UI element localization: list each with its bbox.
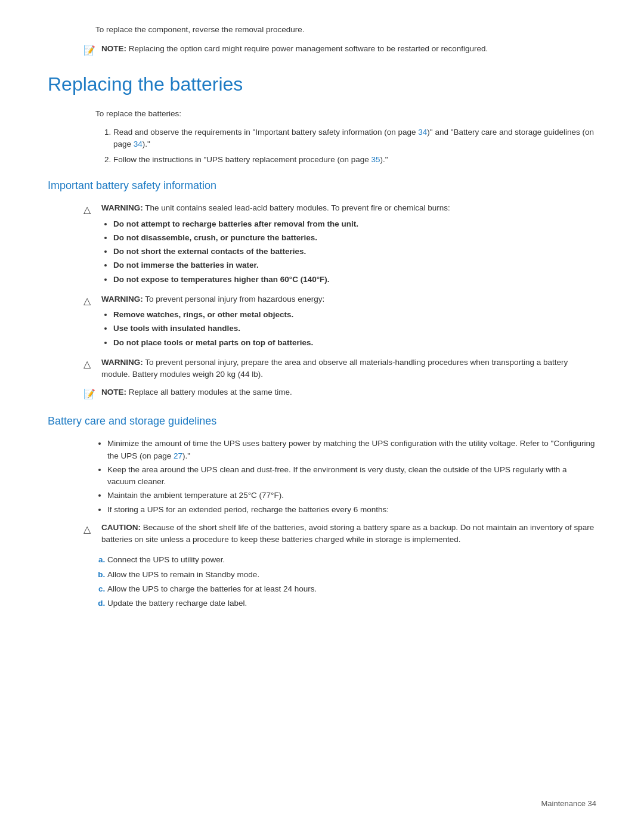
intro-text: To replace the component, reverse the re… [95,24,596,36]
warning-block-1: △ WARNING: The unit contains sealed lead… [83,202,596,287]
warning-bullets-2: Remove watches, rings, or other metal ob… [113,309,324,349]
bullet-1-1: Do not attempt to recharge batteries aft… [113,218,450,230]
bullet-1-4: Do not immerse the batteries in water. [113,259,450,271]
warning-block-2: △ WARNING: To prevent personal injury fr… [83,293,596,351]
care-bullet-2: Keep the area around the UPS clean and d… [107,464,596,488]
warning-content-3: WARNING: To prevent personal injury, pre… [101,357,596,381]
care-bullets: Minimize the amount of time the UPS uses… [107,438,596,516]
page-footer: Maintenance 34 [541,798,596,810]
warning-icon-1: △ [83,203,97,217]
steps-list: Read and observe the requirements in "Im… [113,126,596,166]
warning-content-2: WARNING: To prevent personal injury from… [101,293,324,351]
alpha-steps-list: Connect the UPS to utility power. Allow … [107,554,596,609]
warning-content-1: WARNING: The unit contains sealed lead-a… [101,202,450,287]
warning-text-3: To prevent personal injury, prepare the … [101,358,568,379]
note-icon-1: 📝 [83,44,97,58]
note-content-1: Replacing the option card might require … [129,44,488,53]
link-care-1[interactable]: 27 [174,451,182,460]
warning-label-2: WARNING: [101,295,143,304]
caution-icon: △ [83,522,97,537]
link-step2[interactable]: 35 [371,155,380,164]
caution-label: CAUTION: [101,523,141,532]
warning-bullets-1: Do not attempt to recharge batteries aft… [113,218,450,286]
note-block-1: 📝 NOTE: Replacing the option card might … [83,43,596,58]
step-2: Follow the instructions in "UPS battery … [113,154,596,166]
note-text-1: NOTE: Replacing the option card might re… [101,43,488,55]
main-section-title: Replacing the batteries [48,70,596,98]
caution-text: Because of the short shelf life of the b… [101,523,594,544]
note-label-2: NOTE: [101,388,126,397]
bullet-2-2: Use tools with insulated handles. [113,323,324,335]
alpha-step-a: Connect the UPS to utility power. [107,554,596,566]
note-text-2: NOTE: Replace all battery modules at the… [101,386,292,398]
care-bullet-3: Maintain the ambient temperature at 25°C… [107,490,596,501]
bullet-2-1: Remove watches, rings, or other metal ob… [113,309,324,321]
link-step1-b[interactable]: 34 [134,140,143,148]
warning-block-3: △ WARNING: To prevent personal injury, p… [83,357,596,381]
replace-intro: To replace the batteries: [95,108,596,120]
warning-label-1: WARNING: [101,203,143,212]
alpha-step-c: Allow the UPS to charge the batteries fo… [107,583,596,595]
note-label-1: NOTE: [101,44,126,53]
note-block-2: 📝 NOTE: Replace all battery modules at t… [83,386,596,401]
caution-content: CAUTION: Because of the short shelf life… [101,522,596,546]
step-1: Read and observe the requirements in "Im… [113,126,596,151]
warning-label-3: WARNING: [101,358,143,367]
note-content-2: Replace all battery modules at the same … [129,388,292,397]
page-content: To replace the component, reverse the re… [48,24,596,609]
note-icon-2: 📝 [83,387,97,401]
caution-block: △ CAUTION: Because of the short shelf li… [83,522,596,546]
warning-text-2: To prevent personal injury from hazardou… [145,295,324,304]
subsection2-title: Battery care and storage guidelines [48,413,596,429]
care-bullet-1: Minimize the amount of time the UPS uses… [107,438,596,462]
bullet-1-2: Do not disassemble, crush, or puncture t… [113,232,450,244]
bullet-1-5: Do not expose to temperatures higher tha… [113,274,450,286]
link-step1-a[interactable]: 34 [418,128,427,137]
care-bullet-4: If storing a UPS for an extended period,… [107,504,596,516]
warning-icon-3: △ [83,357,97,371]
alpha-step-d: Update the battery recharge date label. [107,597,596,609]
warning-text-1: The unit contains sealed lead-acid batte… [145,203,450,212]
bullet-1-3: Do not short the external contacts of th… [113,246,450,258]
subsection1-title: Important battery safety information [48,178,596,194]
warning-icon-2: △ [83,294,97,308]
bullet-2-3: Do not place tools or metal parts on top… [113,337,324,349]
alpha-step-b: Allow the UPS to remain in Standby mode. [107,569,596,581]
